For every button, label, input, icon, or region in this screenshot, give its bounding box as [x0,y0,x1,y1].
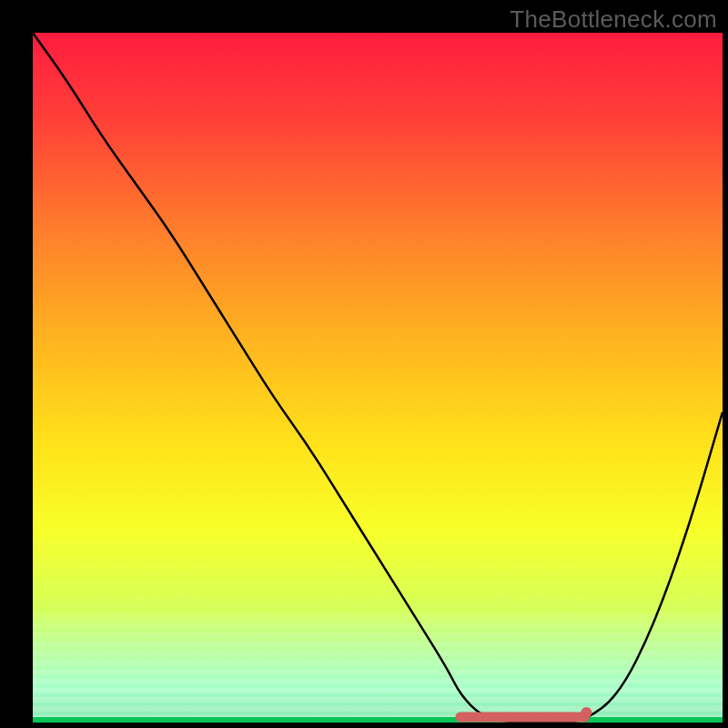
svg-rect-3 [33,632,723,638]
svg-rect-2 [33,623,723,629]
svg-rect-8 [33,678,723,683]
chart-frame: TheBottleneck.com [0,0,728,728]
valley-marker-dot [581,707,592,718]
watermark-text: TheBottleneck.com [510,5,717,34]
bottom-glow-band [33,612,723,723]
svg-rect-1 [33,614,723,620]
svg-rect-6 [33,660,723,665]
svg-rect-10 [33,697,723,703]
svg-rect-7 [33,669,723,674]
svg-rect-4 [33,642,723,647]
svg-rect-5 [33,651,723,656]
svg-rect-11 [33,706,723,712]
plot-svg [33,33,723,723]
svg-rect-13 [33,717,723,723]
plot-area [33,33,723,723]
